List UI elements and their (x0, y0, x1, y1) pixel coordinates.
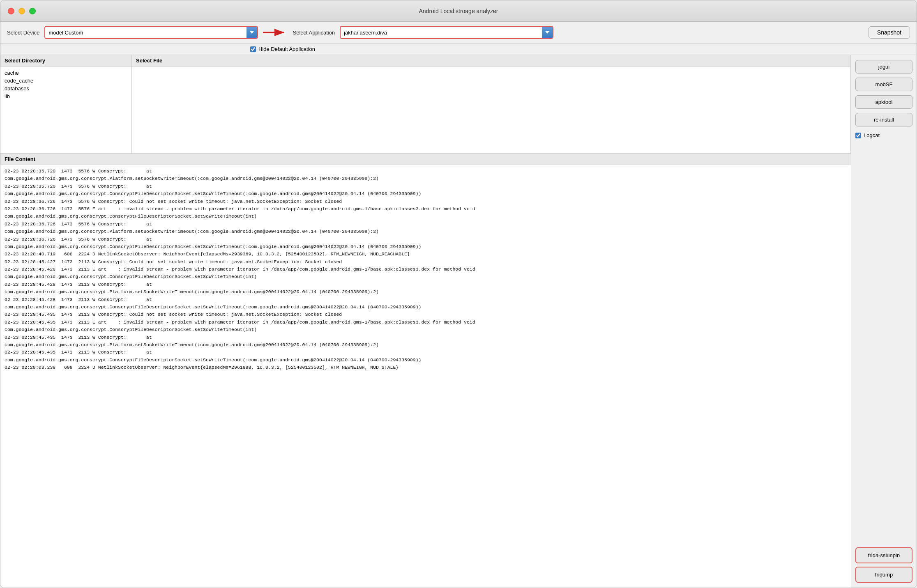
close-button[interactable] (8, 8, 14, 14)
minimize-button[interactable] (18, 8, 25, 14)
device-combo[interactable] (44, 26, 258, 39)
directory-panel: Select Directory cachecode_cachedatabase… (0, 55, 132, 153)
chevron-down-icon-app (545, 31, 549, 34)
app-combo[interactable] (340, 26, 553, 39)
file-content-header: File Content (0, 154, 851, 165)
reinstall-button[interactable]: re-install (855, 113, 912, 126)
directory-item[interactable]: cache (5, 69, 127, 77)
file-panel: Select File (132, 55, 851, 153)
file-header: Select File (132, 55, 850, 67)
hide-default-label[interactable]: Hide Default Application (250, 46, 315, 52)
directory-item[interactable]: lib (5, 92, 127, 100)
app-dropdown-btn[interactable] (542, 27, 553, 38)
device-input[interactable] (45, 30, 247, 36)
titlebar: Android Local stroage analyzer (0, 0, 917, 22)
apktool-button[interactable]: apktool (855, 95, 912, 109)
main-toolbar: Select Device Select Application Snapsho… (0, 22, 917, 44)
logcat-label[interactable]: Logcat (855, 132, 912, 138)
frida-sslunpin-button[interactable]: frida-sslunpin (855, 547, 912, 563)
chevron-down-icon (250, 31, 254, 34)
right-sidebar: jdgui mobSF apktool re-install Logcat fr… (851, 55, 917, 588)
directory-item[interactable]: code_cache (5, 77, 127, 85)
select-device-label: Select Device (7, 30, 39, 36)
snapshot-button[interactable]: Snapshot (869, 26, 910, 39)
file-content-body[interactable]: 02-23 02:28:35.720 1473 5576 W Conscrypt… (0, 165, 851, 588)
logcat-text: Logcat (864, 132, 880, 138)
hide-default-checkbox[interactable] (250, 46, 256, 52)
traffic-lights (8, 8, 36, 14)
window-title: Android Local stroage analyzer (419, 8, 498, 14)
arrow-device-to-app (263, 26, 288, 39)
panels-row: Select Directory cachecode_cachedatabase… (0, 55, 851, 154)
maximize-button[interactable] (29, 8, 36, 14)
main-content: Select Directory cachecode_cachedatabase… (0, 55, 917, 588)
hide-default-text: Hide Default Application (258, 46, 315, 52)
select-application-label: Select Application (293, 30, 335, 36)
fridump-button[interactable]: fridump (855, 567, 912, 583)
logcat-checkbox[interactable] (855, 133, 861, 138)
mobsf-button[interactable]: mobSF (855, 78, 912, 91)
frida-buttons-container: frida-sslunpin fridump (855, 547, 912, 583)
jdgui-button[interactable]: jdgui (855, 60, 912, 74)
sub-toolbar: Hide Default Application (0, 44, 917, 55)
main-window: Android Local stroage analyzer Select De… (0, 0, 917, 588)
directory-list[interactable]: cachecode_cachedatabaseslib (0, 67, 131, 153)
file-content-section: File Content 02-23 02:28:35.720 1473 557… (0, 154, 851, 588)
app-input[interactable] (341, 30, 542, 36)
directory-item[interactable]: databases (5, 85, 127, 92)
device-dropdown-btn[interactable] (247, 27, 257, 38)
left-panels: Select Directory cachecode_cachedatabase… (0, 55, 851, 588)
file-list[interactable] (132, 67, 850, 153)
directory-header: Select Directory (0, 55, 131, 67)
